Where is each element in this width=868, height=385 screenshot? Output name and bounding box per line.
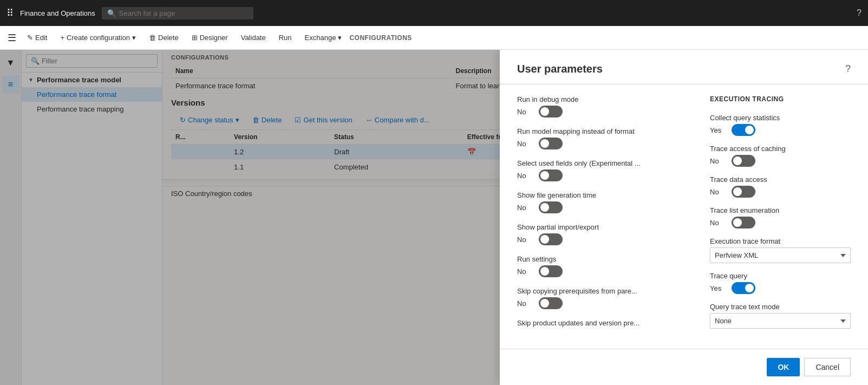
panel-left-column: Run in debug mode No Run model mapping i… — [517, 95, 688, 338]
plus-icon: + — [60, 34, 64, 42]
toggle-track[interactable] — [539, 233, 563, 245]
toggle-select-used-fields[interactable] — [539, 169, 563, 181]
toggle-collect-query-stats[interactable] — [732, 124, 755, 136]
toggle-track[interactable] — [732, 186, 755, 198]
field-query-trace-text-mode: Query trace text mode None Short Full — [710, 303, 851, 329]
toggle-trace-data-access[interactable] — [732, 186, 755, 198]
toggle-trace-list-enum[interactable] — [732, 217, 755, 229]
toggle-track[interactable] — [539, 297, 563, 309]
ok-button[interactable]: OK — [767, 358, 800, 376]
exchange-button[interactable]: Exchange ▾ — [299, 30, 348, 45]
toggle-run-settings[interactable] — [539, 265, 563, 277]
toggle-trace-query[interactable] — [732, 282, 755, 294]
search-bar[interactable]: 🔍 — [102, 7, 253, 19]
field-skip-product-updates: Skip product updates and version pre... — [517, 319, 688, 327]
field-run-in-debug-mode: Run in debug mode No — [517, 95, 688, 118]
toggle-track[interactable] — [539, 138, 563, 149]
field-execution-trace-format: Execution trace format Perfview XML JSON… — [710, 237, 851, 263]
field-skip-copying-prerequisites: Skip copying prerequisites from pare... … — [517, 287, 688, 309]
chevron-down-icon: ▾ — [132, 34, 136, 42]
search-icon: 🔍 — [107, 9, 116, 17]
toggle-thumb — [745, 126, 754, 134]
execution-trace-format-select[interactable]: Perfview XML JSON CSV — [710, 247, 851, 263]
validate-button[interactable]: Validate — [236, 30, 271, 45]
toggle-skip-copying[interactable] — [539, 297, 563, 309]
hamburger-icon[interactable]: ☰ — [4, 29, 19, 47]
command-bar: ☰ ✎ Edit + Create configuration ▾ 🗑 Dele… — [0, 26, 868, 50]
toggle-thumb — [540, 203, 549, 212]
create-configuration-button[interactable]: + Create configuration ▾ — [55, 30, 141, 45]
toggle-track[interactable] — [732, 217, 755, 229]
edit-icon: ✎ — [27, 34, 33, 42]
field-trace-list-enumeration: Trace list enumeration No — [710, 206, 851, 229]
toggle-track-on[interactable] — [732, 124, 755, 136]
field-trace-query: Trace query Yes — [710, 272, 851, 294]
app-grid-icon[interactable]: ⠿ — [6, 7, 14, 19]
toggle-track[interactable] — [539, 265, 563, 277]
panel-title: User parameters — [517, 63, 603, 75]
toggle-thumb — [733, 218, 742, 227]
toggle-show-file-gen-time[interactable] — [539, 201, 563, 213]
toggle-thumb — [540, 171, 549, 180]
panel-body: Run in debug mode No Run model mapping i… — [500, 84, 868, 349]
main-area: ▼ ≡ 🔍 ▼ Performance trace model Performa… — [0, 50, 868, 385]
app-title: Finance and Operations — [20, 9, 95, 17]
toggle-track[interactable] — [539, 169, 563, 181]
toggle-thumb — [540, 299, 549, 308]
top-nav: ⠿ Finance and Operations 🔍 ? — [0, 0, 868, 26]
toggle-thumb — [733, 156, 742, 165]
field-run-model-mapping: Run model mapping instead of format No — [517, 127, 688, 149]
search-input[interactable] — [119, 9, 248, 17]
trash-icon: 🗑 — [149, 34, 156, 42]
panel-help-icon[interactable]: ? — [845, 63, 851, 75]
toggle-track[interactable] — [539, 106, 563, 118]
toggle-track[interactable] — [539, 201, 563, 213]
field-run-settings: Run settings No — [517, 255, 688, 277]
toggle-show-partial-import[interactable] — [539, 233, 563, 245]
designer-button[interactable]: ⊞ Designer — [186, 30, 233, 45]
edit-button[interactable]: ✎ Edit — [22, 30, 53, 45]
field-show-partial-import-export: Show partial import/export No — [517, 223, 688, 245]
delete-button[interactable]: 🗑 Delete — [143, 30, 184, 45]
toggle-trace-access-caching[interactable] — [732, 155, 755, 167]
query-trace-text-mode-select[interactable]: None Short Full — [710, 313, 851, 329]
field-select-used-fields: Select used fields only (Experimental ..… — [517, 159, 688, 181]
toggle-thumb — [733, 187, 742, 196]
panel-header: User parameters ? — [500, 50, 868, 84]
user-parameters-panel: User parameters ? Run in debug mode No — [500, 50, 868, 385]
execution-tracing-heading: EXECUTION TRACING — [710, 95, 851, 103]
designer-icon: ⊞ — [192, 34, 198, 42]
field-collect-query-statistics: Collect query statistics Yes — [710, 114, 851, 136]
field-trace-data-access: Trace data access No — [710, 175, 851, 198]
toggle-thumb — [540, 235, 549, 244]
toggle-thumb — [540, 139, 549, 148]
panel-right-column: EXECUTION TRACING Collect query statisti… — [710, 95, 851, 338]
field-trace-access-caching: Trace access of caching No — [710, 145, 851, 167]
chevron-down-icon-exchange: ▾ — [338, 34, 342, 42]
panel-footer: OK Cancel — [500, 349, 868, 385]
toggle-track[interactable] — [732, 155, 755, 167]
toggle-run-debug[interactable] — [539, 106, 563, 118]
toggle-thumb — [540, 107, 549, 116]
help-icon[interactable]: ? — [857, 8, 862, 18]
toggle-thumb — [745, 284, 754, 292]
run-button[interactable]: Run — [273, 30, 297, 45]
toggle-run-model-mapping[interactable] — [539, 138, 563, 149]
field-show-file-generation-time: Show file generation time No — [517, 191, 688, 213]
toggle-track-on-query[interactable] — [732, 282, 755, 294]
toggle-thumb — [540, 267, 549, 276]
configurations-label: CONFIGURATIONS — [349, 34, 412, 42]
cancel-button[interactable]: Cancel — [804, 358, 851, 376]
